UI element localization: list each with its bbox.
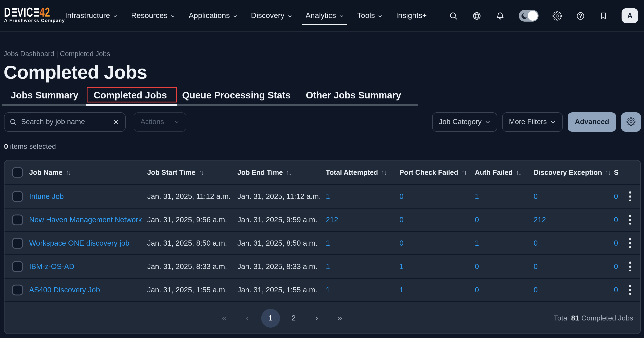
total-attempted-link[interactable]: 212 xyxy=(326,216,338,224)
table-row: AS400 Discovery Job Jan. 31, 2025, 1:55 … xyxy=(4,278,640,301)
job-category-dropdown[interactable]: Job Category xyxy=(432,112,497,131)
sort-icon: ↑↓ xyxy=(461,168,466,176)
pagination-next[interactable]: › xyxy=(305,313,328,323)
search-box xyxy=(4,112,126,131)
port-check-failed-link[interactable]: 0 xyxy=(400,239,404,247)
row-menu-kebab[interactable] xyxy=(626,237,634,249)
port-check-failed-link[interactable]: 0 xyxy=(400,192,404,201)
actions-dropdown[interactable]: Actions xyxy=(134,112,186,131)
table-settings-button[interactable] xyxy=(621,112,641,131)
tab-other-jobs-summary[interactable]: Other Jobs Summary xyxy=(306,90,401,101)
succeeded-link[interactable]: 0 xyxy=(614,239,618,247)
row-checkbox[interactable] xyxy=(12,191,23,202)
select-all-checkbox[interactable] xyxy=(12,167,23,178)
auth-failed-link[interactable]: 0 xyxy=(475,262,479,271)
job-name-link[interactable]: IBM-z-OS-AD xyxy=(29,262,74,271)
auth-failed-link[interactable]: 0 xyxy=(475,216,479,224)
pagination-page-2[interactable]: 2 xyxy=(282,313,305,322)
nav-tools[interactable]: Tools xyxy=(357,0,382,32)
table-footer: « ‹ 1 2 › » Total81Completed Jobs xyxy=(4,301,640,333)
job-end-time: Jan. 31, 2025, 8:50 a.m. xyxy=(238,239,317,247)
row-menu-kebab[interactable] xyxy=(626,260,634,272)
column-header-job-name[interactable]: Job Name↑↓ xyxy=(29,168,70,177)
port-check-failed-link[interactable]: 1 xyxy=(400,262,404,271)
auth-failed-link[interactable]: 1 xyxy=(475,239,479,247)
column-header-succeeded[interactable]: S xyxy=(614,168,619,177)
settings-gear-icon[interactable] xyxy=(552,11,562,21)
column-header-auth-failed[interactable]: Auth Failed↑↓ xyxy=(475,168,521,177)
sort-icon: ↑↓ xyxy=(516,168,521,176)
chevron-down-icon xyxy=(171,14,175,19)
user-avatar[interactable]: A xyxy=(622,8,638,23)
table-row: Intune Job Jan. 31, 2025, 11:12 a.m. Jan… xyxy=(4,184,640,208)
auth-failed-link[interactable]: 0 xyxy=(475,286,479,294)
port-check-failed-link[interactable]: 0 xyxy=(400,216,404,224)
row-checkbox[interactable] xyxy=(12,215,23,225)
row-checkbox[interactable] xyxy=(12,285,23,295)
nav-resources[interactable]: Resources xyxy=(131,0,175,32)
total-attempted-link[interactable]: 1 xyxy=(326,286,330,294)
more-filters-dropdown[interactable]: More Filters xyxy=(502,112,563,131)
nav-applications[interactable]: Applications xyxy=(189,0,238,32)
row-menu-kebab[interactable] xyxy=(626,190,634,202)
row-menu-kebab[interactable] xyxy=(626,214,634,226)
help-icon[interactable] xyxy=(576,11,585,21)
nav-analytics[interactable]: Analytics xyxy=(306,0,344,32)
search-icon xyxy=(10,118,17,126)
nav-insights[interactable]: Insights+ xyxy=(396,0,427,32)
column-header-job-start-time[interactable]: Job Start Time↑↓ xyxy=(147,168,204,177)
pagination-prev[interactable]: ‹ xyxy=(236,313,259,323)
tab-bar: Jobs Summary Completed Jobs Queue Proces… xyxy=(2,88,418,106)
advanced-button[interactable]: Advanced xyxy=(568,112,616,131)
pagination-first[interactable]: « xyxy=(213,313,236,323)
succeeded-link[interactable]: 0 xyxy=(614,262,618,271)
search-input[interactable] xyxy=(21,118,108,126)
brand-number: 42 xyxy=(40,7,50,17)
discovery-exception-link[interactable]: 0 xyxy=(534,286,538,294)
succeeded-link[interactable]: 0 xyxy=(614,216,618,224)
discovery-exception-link[interactable]: 0 xyxy=(534,192,538,201)
moon-icon xyxy=(522,13,527,19)
total-attempted-link[interactable]: 1 xyxy=(326,262,330,271)
row-checkbox[interactable] xyxy=(12,261,23,272)
brand-letter: D xyxy=(4,7,11,17)
pagination-page-1[interactable]: 1 xyxy=(261,308,280,327)
search-icon[interactable] xyxy=(449,11,458,21)
column-header-job-end-time[interactable]: Job End Time↑↓ xyxy=(238,168,291,177)
port-check-failed-link[interactable]: 1 xyxy=(400,286,404,294)
total-attempted-link[interactable]: 1 xyxy=(326,239,330,247)
column-header-discovery-exception[interactable]: Discovery Exception↑↓ xyxy=(534,168,610,177)
column-header-port-check-failed[interactable]: Port Check Failed↑↓ xyxy=(400,168,466,177)
column-header-total-attempted[interactable]: Total Attempted↑↓ xyxy=(326,168,386,177)
tab-jobs-summary[interactable]: Jobs Summary xyxy=(11,90,78,101)
job-name-link[interactable]: New Haven Management Network xyxy=(29,216,142,224)
annotation-highlight-box xyxy=(86,87,177,102)
nav-infrastructure[interactable]: Infrastructure xyxy=(65,0,118,32)
succeeded-link[interactable]: 0 xyxy=(614,286,618,294)
job-name-link[interactable]: Workspace ONE discovery job xyxy=(29,239,130,247)
breadcrumb[interactable]: Jobs Dashboard | Completed Jobs xyxy=(4,50,644,58)
row-checkbox[interactable] xyxy=(12,238,23,249)
gear-icon xyxy=(626,117,636,126)
succeeded-link[interactable]: 0 xyxy=(614,192,618,201)
job-name-link[interactable]: Intune Job xyxy=(29,192,64,201)
discovery-exception-link[interactable]: 212 xyxy=(534,216,546,224)
discovery-exception-link[interactable]: 0 xyxy=(534,239,538,247)
total-attempted-link[interactable]: 1 xyxy=(326,192,330,201)
row-menu-kebab[interactable] xyxy=(626,284,634,296)
tab-completed-jobs[interactable]: Completed Jobs xyxy=(94,90,167,101)
dark-mode-toggle[interactable] xyxy=(519,10,538,22)
tab-queue-processing-stats[interactable]: Queue Processing Stats xyxy=(182,90,290,101)
job-name-link[interactable]: AS400 Discovery Job xyxy=(29,286,100,294)
pagination-last[interactable]: » xyxy=(328,313,352,323)
device42-logo[interactable]: DVIC42 A Freshworks Company xyxy=(4,9,62,23)
notifications-bell-icon[interactable] xyxy=(496,11,505,21)
globe-icon[interactable] xyxy=(472,11,482,21)
job-end-time: Jan. 31, 2025, 8:33 a.m. xyxy=(238,262,317,271)
clear-search-icon[interactable] xyxy=(113,118,120,125)
nav-discovery[interactable]: Discovery xyxy=(251,0,292,32)
bookmark-icon[interactable] xyxy=(599,11,608,21)
discovery-exception-link[interactable]: 0 xyxy=(534,262,538,271)
brand-stylized-e xyxy=(12,8,16,17)
auth-failed-link[interactable]: 1 xyxy=(475,192,479,201)
